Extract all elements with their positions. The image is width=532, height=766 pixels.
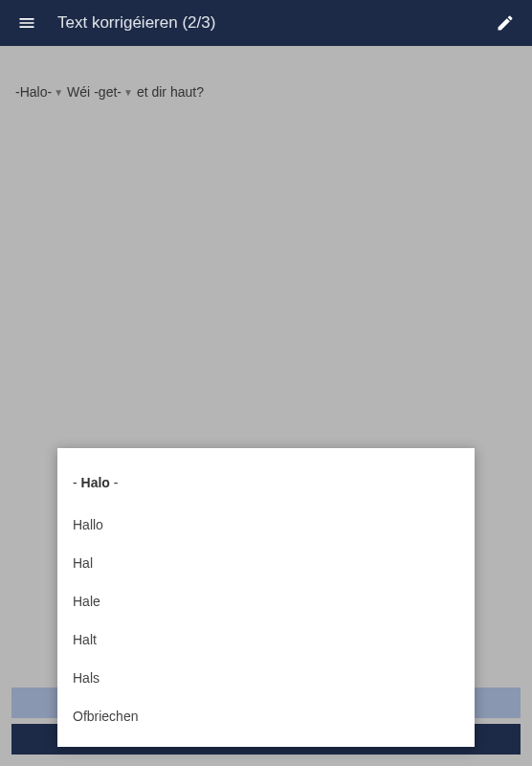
suggestion-item[interactable]: Hal	[57, 544, 475, 582]
chevron-down-icon: ▼	[123, 87, 133, 98]
suggestion-item[interactable]: Hals	[57, 659, 475, 697]
word-4-text: et dir haut?	[137, 84, 204, 100]
word-3-text: get	[99, 84, 117, 100]
suggestion-item[interactable]: Hale	[57, 582, 475, 620]
word-2-text: Wéi	[67, 84, 90, 100]
cancel-text: Ofbriechen	[73, 709, 138, 724]
page-title: Text korrigéieren (2/3)	[57, 13, 490, 33]
menu-button[interactable]	[11, 8, 42, 38]
suggestion-text: Halt	[73, 632, 97, 647]
chevron-down-icon: ▼	[54, 87, 63, 98]
content-area: - Halo - ▼ Wéi - get - ▼ et dir haut?	[0, 46, 532, 115]
edit-button[interactable]	[490, 8, 521, 38]
suggestion-item[interactable]: Hallo	[57, 506, 475, 544]
word-1-suffix: -	[47, 84, 52, 100]
popup-current-prefix: -	[73, 475, 81, 490]
popup-current-word-text: Halo	[81, 475, 110, 490]
sentence-editor: - Halo - ▼ Wéi - get - ▼ et dir haut?	[15, 84, 517, 100]
suggestion-text: Hale	[73, 594, 100, 609]
cancel-item[interactable]: Ofbriechen	[57, 697, 475, 735]
word-dropdown-1[interactable]: - Halo - ▼	[15, 84, 63, 100]
suggestion-text: Hals	[73, 670, 100, 686]
pencil-icon	[496, 13, 515, 33]
app-header: Text korrigéieren (2/3)	[0, 0, 532, 46]
hamburger-icon	[17, 13, 36, 33]
word-dropdown-3[interactable]: - get - ▼	[94, 84, 133, 100]
suggestion-item[interactable]: Halt	[57, 620, 475, 659]
word-4: et dir haut?	[137, 84, 204, 100]
suggestion-text: Hal	[73, 555, 93, 571]
popup-current-word: - Halo -	[57, 463, 475, 506]
word-1-text: Halo	[20, 84, 48, 100]
word-2[interactable]: Wéi	[67, 84, 90, 100]
suggestions-popup: - Halo - Hallo Hal Hale Halt Hals Ofbrie…	[57, 448, 475, 747]
suggestion-text: Hallo	[73, 517, 103, 532]
popup-current-suffix: -	[110, 475, 119, 490]
word-3-suffix: -	[117, 84, 122, 100]
